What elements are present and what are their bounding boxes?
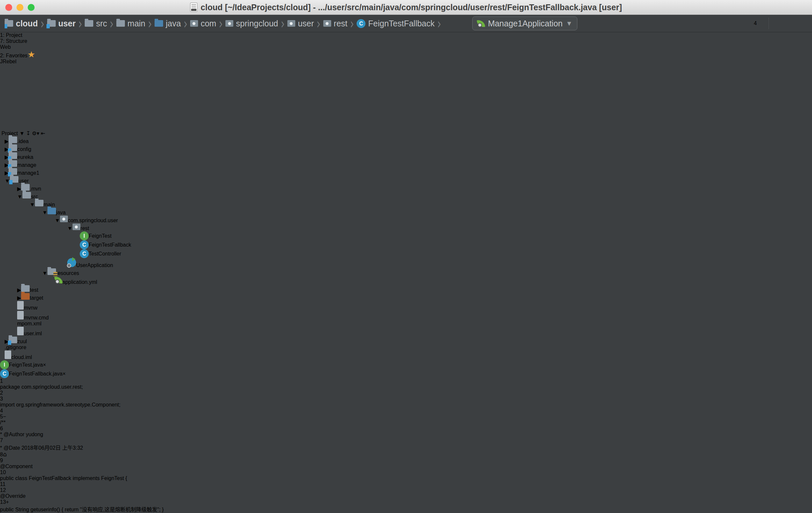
tree-row-userapplication[interactable]: UserApplication xyxy=(0,258,812,268)
tree-row-pom-xml[interactable]: mpom.xml xyxy=(0,321,812,327)
tree-row-main[interactable]: ▼main xyxy=(0,200,812,208)
gutter-line-8: 8⌂ xyxy=(0,451,812,458)
fold-marker[interactable]: + xyxy=(6,499,9,505)
code-line-9[interactable]: 9@Component xyxy=(0,458,812,469)
close-icon[interactable]: × xyxy=(43,362,46,368)
chevron-collapsed-icon[interactable]: ▶ xyxy=(5,139,8,144)
code-line-1[interactable]: 1package com.springcloud.user.rest; xyxy=(0,378,812,390)
tree-row-java[interactable]: ▼java xyxy=(0,208,812,216)
code-line-12[interactable]: 12 @Override xyxy=(0,487,812,499)
debug-button[interactable] xyxy=(601,17,614,30)
editor-body[interactable]: 1package com.springcloud.user.rest;23imp… xyxy=(0,378,812,513)
profile-button[interactable] xyxy=(675,17,688,30)
search-everywhere-button[interactable] xyxy=(794,17,807,30)
collapse-all-icon[interactable]: ↧ xyxy=(26,130,30,137)
breadcrumb-item-cloud[interactable]: cloud xyxy=(5,19,38,28)
tree-row-eureka[interactable]: ▶eureka xyxy=(0,152,812,160)
left-tool-stripe: 1: Project7: StructureWeb2: Favorites★JR… xyxy=(0,32,812,131)
notifications-button[interactable]: 4 xyxy=(749,17,762,30)
tree-row-rest[interactable]: ▼rest xyxy=(0,224,812,231)
chevron-down-icon[interactable]: ▼ xyxy=(20,131,25,136)
code-line-5[interactable]: 5−/** xyxy=(0,414,812,426)
tree-row-target[interactable]: ▶target xyxy=(0,293,812,301)
fold-marker[interactable]: − xyxy=(3,414,6,419)
tool-stripe-item-1-project[interactable]: 1: Project xyxy=(0,32,812,38)
breadcrumb-item-springcloud[interactable]: springcloud xyxy=(225,19,278,28)
tree-row-manage[interactable]: ▶manage xyxy=(0,160,812,168)
run-with-coverage-button[interactable] xyxy=(638,17,651,30)
project-tree: ▶.idea▶config▶eureka▶manage▶manage1▼user… xyxy=(0,137,812,360)
tree-row-cloud-iml[interactable]: cloud.iml xyxy=(0,350,812,360)
run-configuration-select[interactable]: Manage1Application ▼ xyxy=(472,17,577,30)
run-button[interactable] xyxy=(583,17,596,30)
tool-stripe-item-jrebel[interactable]: JRebel xyxy=(0,59,812,65)
breadcrumb-item-src[interactable]: src xyxy=(85,19,107,28)
chevron-collapsed-icon[interactable]: ▶ xyxy=(17,295,21,301)
code-line-7[interactable]: 7 * @Date 2018年06月02日 上午3:32 xyxy=(0,437,812,451)
debug-with-coverage-button[interactable] xyxy=(657,17,670,30)
code-line-3[interactable]: 3import org.springframework.stereotype.C… xyxy=(0,396,812,408)
chevron-expanded-icon[interactable]: ▼ xyxy=(42,270,48,276)
package-icon xyxy=(190,20,198,27)
chevron-expanded-icon[interactable]: ▼ xyxy=(42,210,48,215)
tree-row--gitignore[interactable]: .gitignore xyxy=(0,344,812,350)
breadcrumb-item-rest[interactable]: rest xyxy=(323,19,348,28)
tree-row-application-yml[interactable]: application.yml xyxy=(0,276,812,285)
chevron-collapsed-icon[interactable]: ▶ xyxy=(17,186,21,192)
code-line-10[interactable]: 10public class FeignTestFallback impleme… xyxy=(0,469,812,481)
run-disabled-button[interactable] xyxy=(619,17,633,30)
chevron-expanded-icon[interactable]: ▼ xyxy=(67,226,72,231)
tree-row-mvnw-cmd[interactable]: mvnw.cmd xyxy=(0,311,812,321)
jrebel-debug-button[interactable] xyxy=(712,17,725,30)
restore-windows-button[interactable] xyxy=(776,17,789,30)
fold-minus-icon[interactable]: − xyxy=(3,414,6,419)
close-icon[interactable]: × xyxy=(63,371,65,376)
code-line-6[interactable]: 6 * @Author yudong xyxy=(0,426,812,437)
deploy-button[interactable] xyxy=(730,17,744,30)
spring-boot-icon xyxy=(476,19,485,28)
chevron-expanded-icon[interactable]: ▼ xyxy=(30,202,35,207)
hide-panel-icon[interactable]: ⇤ xyxy=(41,130,45,137)
tree-row-manage1[interactable]: ▶manage1 xyxy=(0,168,812,176)
tool-stripe-item-2-favorites[interactable]: 2: Favorites★ xyxy=(0,50,812,59)
tree-row-mvnw[interactable]: mvnw xyxy=(0,301,812,311)
code-line-11[interactable]: 11 xyxy=(0,481,812,487)
tree-row-zuul[interactable]: ▶zuul xyxy=(0,337,812,344)
settings-gear-icon[interactable]: ⚙▾ xyxy=(32,131,39,136)
code-line-13[interactable]: 13+ public String getuserinfo() { return… xyxy=(0,499,812,513)
tree-row-com-springcloud-user[interactable]: ▼com.springcloud.user xyxy=(0,216,812,224)
editor-tab-feigntestfallback-java[interactable]: CFeignTestFallback.java× xyxy=(0,369,812,378)
tree-row-testcontroller[interactable]: CTestController xyxy=(0,249,812,258)
code-line-4[interactable]: 4 xyxy=(0,408,812,414)
tree-row--idea[interactable]: ▶.idea xyxy=(0,137,812,144)
breadcrumb-item-user[interactable]: user xyxy=(47,19,76,28)
chevron-expanded-icon[interactable]: ▼ xyxy=(17,194,22,199)
tool-stripe-item-7-structure[interactable]: 7: Structure xyxy=(0,38,812,44)
tree-row-test[interactable]: ▶test xyxy=(0,285,812,293)
tree-row-user-iml[interactable]: user.iml xyxy=(0,327,812,337)
fold-plus-icon[interactable]: + xyxy=(6,499,9,505)
breadcrumb-item-com[interactable]: com xyxy=(190,19,216,28)
breadcrumb-item-java[interactable]: java xyxy=(154,19,181,28)
chevron-expanded-icon[interactable]: ▼ xyxy=(55,218,60,223)
breadcrumb-item-user[interactable]: user xyxy=(287,19,314,28)
tool-stripe-item-web[interactable]: Web xyxy=(0,44,812,50)
tree-row--mvn[interactable]: ▶.mvn xyxy=(0,184,812,192)
code-line-8[interactable]: 8⌂ xyxy=(0,451,812,458)
fold-marker[interactable]: ⌂ xyxy=(3,452,7,457)
tree-row-config[interactable]: ▶config xyxy=(0,144,812,152)
label: JRebel xyxy=(0,59,17,64)
tree-row-feigntestfallback[interactable]: CFeignTestFallback xyxy=(0,240,812,249)
module-icon xyxy=(8,160,17,167)
binary-incompatibilities-icon[interactable] xyxy=(454,17,467,30)
breadcrumb-item-main[interactable]: main xyxy=(116,19,145,28)
jrebel-run-button[interactable] xyxy=(693,17,706,30)
tree-row-resources[interactable]: ▼resources xyxy=(0,268,812,276)
editor-tab-feigntest-java[interactable]: IFeignTest.java× xyxy=(0,360,812,369)
tree-row-user[interactable]: ▼user xyxy=(0,176,812,184)
chevron-collapsed-icon[interactable]: ▶ xyxy=(17,287,21,293)
tree-row-src[interactable]: ▼src xyxy=(0,192,812,200)
tree-row-feigntest[interactable]: IFeignTest xyxy=(0,231,812,240)
code-line-2[interactable]: 2 xyxy=(0,390,812,396)
breadcrumb-item-FeignTestFallback[interactable]: CFeignTestFallback xyxy=(356,19,434,28)
